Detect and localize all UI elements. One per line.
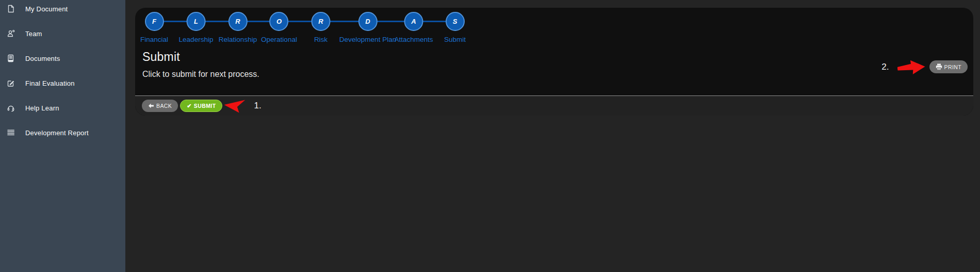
sidebar-item-documents[interactable]: Documents xyxy=(0,46,125,71)
documents-icon xyxy=(6,54,15,63)
sidebar-item-my-document[interactable]: My Document xyxy=(0,0,125,21)
list-icon xyxy=(6,129,15,137)
print-annotation-group: 2. PRINT xyxy=(881,59,968,74)
print-button[interactable]: PRINT xyxy=(929,60,968,73)
step-label: Submit xyxy=(444,36,466,43)
step-label: Operational xyxy=(261,36,297,43)
step-label: Risk xyxy=(314,36,328,43)
card-header: Submit Click to submit for next process.… xyxy=(135,48,973,95)
wizard-stepper: F Financial L Leadership R Relationship … xyxy=(135,8,973,48)
print-button-label: PRINT xyxy=(944,64,962,70)
sidebar: My Document Team Documents Final Evaluat… xyxy=(0,0,125,272)
step-circle-relationship[interactable]: R xyxy=(228,12,247,31)
sidebar-item-label: Team xyxy=(25,30,42,38)
submit-card: F Financial L Leadership R Relationship … xyxy=(135,8,973,116)
step-circle-development-plan[interactable]: D xyxy=(358,12,377,31)
step-submit: S Submit xyxy=(444,12,466,43)
step-circle-risk[interactable]: R xyxy=(312,12,331,31)
sidebar-item-team[interactable]: Team xyxy=(0,21,125,46)
annotation-step1-number: 1. xyxy=(254,101,261,111)
step-label: Attachments xyxy=(394,36,433,43)
sidebar-item-help-learn[interactable]: Help Learn xyxy=(0,95,125,120)
sidebar-item-label: Final Evaluation xyxy=(25,79,75,87)
card-footer: BACK ✔ SUBMIT 1. xyxy=(135,95,973,116)
team-icon xyxy=(6,29,15,38)
step-circle-operational[interactable]: O xyxy=(269,12,288,31)
page-title: Submit xyxy=(142,50,966,64)
headset-icon xyxy=(6,104,15,113)
check-icon: ✔ xyxy=(187,103,192,109)
step-circle-financial[interactable]: F xyxy=(145,12,164,31)
edit-icon xyxy=(6,79,15,88)
submit-button[interactable]: ✔ SUBMIT xyxy=(180,100,222,112)
arrow-left-icon xyxy=(148,103,154,108)
sidebar-item-label: My Document xyxy=(25,5,68,13)
red-arrow-right-icon xyxy=(897,59,925,74)
step-circle-leadership[interactable]: L xyxy=(187,12,206,31)
step-circle-submit[interactable]: S xyxy=(446,12,465,31)
sidebar-item-label: Documents xyxy=(25,55,60,62)
back-button-label: BACK xyxy=(156,103,172,109)
step-attachments: A Attachments xyxy=(394,12,433,43)
sidebar-item-final-evaluation[interactable]: Final Evaluation xyxy=(0,71,125,95)
document-icon xyxy=(6,5,15,13)
page-description: Click to submit for next process. xyxy=(142,70,966,79)
step-risk: R Risk xyxy=(312,12,331,43)
annotation-step2-number: 2. xyxy=(881,62,889,72)
step-circle-attachments[interactable]: A xyxy=(404,12,423,31)
sidebar-nav: My Document Team Documents Final Evaluat… xyxy=(0,0,125,145)
submit-button-label: SUBMIT xyxy=(194,103,216,109)
step-label: Leadership xyxy=(179,36,214,43)
printer-icon xyxy=(936,63,942,70)
back-button[interactable]: BACK xyxy=(142,100,178,112)
step-financial: F Financial xyxy=(140,12,168,43)
red-arrow-left-icon xyxy=(224,99,245,113)
step-development-plan: D Development Plan xyxy=(339,12,396,43)
step-label: Development Plan xyxy=(339,36,396,43)
step-operational: O Operational xyxy=(261,12,297,43)
sidebar-item-development-report[interactable]: Development Report xyxy=(0,120,125,145)
step-relationship: R Relationship xyxy=(219,12,257,43)
sidebar-item-label: Development Report xyxy=(25,129,89,137)
step-label: Financial xyxy=(140,36,168,43)
sidebar-item-label: Help Learn xyxy=(25,104,59,112)
main-content: F Financial L Leadership R Relationship … xyxy=(125,0,980,272)
step-label: Relationship xyxy=(219,36,257,43)
step-leadership: L Leadership xyxy=(179,12,214,43)
